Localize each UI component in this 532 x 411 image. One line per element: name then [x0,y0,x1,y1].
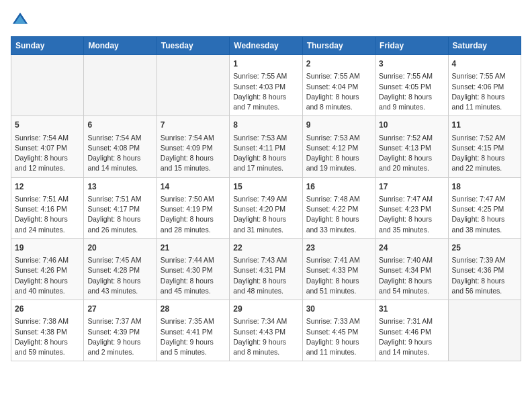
calendar-cell: 6Sunrise: 7:54 AMSunset: 4:08 PMDaylight… [84,116,157,177]
day-number: 4 [452,58,517,70]
daylight-text: Daylight: 8 hours and 35 minutes. [379,214,444,234]
sunset-text: Sunset: 4:12 PM [306,143,371,153]
daylight-text: Daylight: 8 hours and 12 minutes. [15,153,80,173]
daylight-text: Daylight: 8 hours and 14 minutes. [87,153,152,173]
daylight-text: Daylight: 8 hours and 17 minutes. [233,153,298,173]
sunrise-text: Sunrise: 7:54 AM [87,133,152,143]
calendar-cell: 24Sunrise: 7:40 AMSunset: 4:34 PMDayligh… [375,238,448,300]
calendar-cell: 19Sunrise: 7:46 AMSunset: 4:26 PMDayligh… [11,238,84,300]
page-header [11,11,521,30]
day-number: 26 [15,304,80,315]
sunset-text: Sunset: 4:17 PM [87,204,152,214]
day-header-wednesday: Wednesday [230,37,302,55]
daylight-text: Daylight: 8 hours and 15 minutes. [161,153,226,173]
calendar-cell: 14Sunrise: 7:50 AMSunset: 4:19 PMDayligh… [157,177,229,238]
daylight-text: Daylight: 8 hours and 33 minutes. [306,214,371,234]
daylight-text: Daylight: 8 hours and 40 minutes. [15,276,80,296]
day-number: 21 [161,242,226,254]
sunrise-text: Sunrise: 7:43 AM [233,255,298,265]
sunrise-text: Sunrise: 7:41 AM [306,255,371,265]
day-number: 9 [306,120,371,131]
day-number: 6 [87,120,152,131]
daylight-text: Daylight: 8 hours and 45 minutes. [161,276,226,296]
day-header-saturday: Saturday [448,37,521,55]
calendar-cell: 20Sunrise: 7:45 AMSunset: 4:28 PMDayligh… [84,238,157,300]
calendar-table: SundayMondayTuesdayWednesdayThursdayFrid… [11,36,521,361]
calendar-week-row: 1Sunrise: 7:55 AMSunset: 4:03 PMDaylight… [11,55,521,116]
sunrise-text: Sunrise: 7:54 AM [15,133,80,143]
day-number: 29 [233,304,298,315]
day-number: 16 [306,181,371,193]
sunset-text: Sunset: 4:39 PM [87,327,152,337]
sunrise-text: Sunrise: 7:45 AM [87,255,152,265]
day-number: 25 [452,242,517,254]
calendar-week-row: 19Sunrise: 7:46 AMSunset: 4:26 PMDayligh… [11,238,521,300]
sunrise-text: Sunrise: 7:33 AM [306,316,371,326]
sunset-text: Sunset: 4:22 PM [306,204,371,214]
day-number: 31 [379,304,444,315]
daylight-text: Daylight: 8 hours and 7 minutes. [233,92,298,112]
sunrise-text: Sunrise: 7:54 AM [161,133,226,143]
sunset-text: Sunset: 4:46 PM [379,327,444,337]
daylight-text: Daylight: 8 hours and 54 minutes. [379,276,444,296]
sunset-text: Sunset: 4:07 PM [15,143,80,153]
daylight-text: Daylight: 8 hours and 56 minutes. [452,276,517,296]
sunset-text: Sunset: 4:19 PM [161,204,226,214]
sunrise-text: Sunrise: 7:46 AM [15,255,80,265]
calendar-cell: 16Sunrise: 7:48 AMSunset: 4:22 PMDayligh… [302,177,375,238]
sunrise-text: Sunrise: 7:48 AM [306,194,371,204]
calendar-cell: 3Sunrise: 7:55 AMSunset: 4:05 PMDaylight… [375,55,448,116]
calendar-cell: 2Sunrise: 7:55 AMSunset: 4:04 PMDaylight… [302,55,375,116]
day-number: 11 [452,120,517,131]
sunrise-text: Sunrise: 7:52 AM [452,133,517,143]
calendar-cell: 28Sunrise: 7:35 AMSunset: 4:41 PMDayligh… [157,300,229,361]
sunrise-text: Sunrise: 7:47 AM [452,194,517,204]
sunrise-text: Sunrise: 7:55 AM [452,71,517,81]
sunset-text: Sunset: 4:06 PM [452,82,517,92]
day-number: 1 [233,58,298,70]
sunset-text: Sunset: 4:16 PM [15,204,80,214]
sunrise-text: Sunrise: 7:31 AM [379,316,444,326]
daylight-text: Daylight: 8 hours and 59 minutes. [15,337,80,357]
day-number: 8 [233,120,298,131]
sunrise-text: Sunrise: 7:40 AM [379,255,444,265]
sunset-text: Sunset: 4:23 PM [379,204,444,214]
logo-icon [11,11,30,30]
sunset-text: Sunset: 4:03 PM [233,82,298,92]
calendar-cell: 10Sunrise: 7:52 AMSunset: 4:13 PMDayligh… [375,116,448,177]
sunset-text: Sunset: 4:11 PM [233,143,298,153]
daylight-text: Daylight: 9 hours and 5 minutes. [161,337,226,357]
sunrise-text: Sunrise: 7:55 AM [379,71,444,81]
sunset-text: Sunset: 4:25 PM [452,204,517,214]
daylight-text: Daylight: 9 hours and 14 minutes. [379,337,444,357]
day-number: 28 [161,304,226,315]
daylight-text: Daylight: 8 hours and 22 minutes. [452,153,517,173]
calendar-cell: 26Sunrise: 7:38 AMSunset: 4:38 PMDayligh… [11,300,84,361]
sunrise-text: Sunrise: 7:52 AM [379,133,444,143]
day-number: 30 [306,304,371,315]
day-header-monday: Monday [84,37,157,55]
daylight-text: Daylight: 8 hours and 43 minutes. [87,276,152,296]
calendar-cell: 9Sunrise: 7:53 AMSunset: 4:12 PMDaylight… [302,116,375,177]
calendar-cell: 22Sunrise: 7:43 AMSunset: 4:31 PMDayligh… [230,238,302,300]
day-header-tuesday: Tuesday [157,37,229,55]
daylight-text: Daylight: 8 hours and 38 minutes. [452,214,517,234]
sunset-text: Sunset: 4:26 PM [15,265,80,275]
daylight-text: Daylight: 8 hours and 11 minutes. [452,92,517,112]
sunset-text: Sunset: 4:08 PM [87,143,152,153]
calendar-cell: 7Sunrise: 7:54 AMSunset: 4:09 PMDaylight… [157,116,229,177]
calendar-cell: 4Sunrise: 7:55 AMSunset: 4:06 PMDaylight… [448,55,521,116]
sunrise-text: Sunrise: 7:51 AM [87,194,152,204]
sunrise-text: Sunrise: 7:53 AM [306,133,371,143]
sunrise-text: Sunrise: 7:55 AM [306,71,371,81]
day-number: 24 [379,242,444,254]
sunrise-text: Sunrise: 7:38 AM [15,316,80,326]
calendar-cell [11,55,84,116]
sunset-text: Sunset: 4:45 PM [306,327,371,337]
calendar-cell: 18Sunrise: 7:47 AMSunset: 4:25 PMDayligh… [448,177,521,238]
sunrise-text: Sunrise: 7:39 AM [452,255,517,265]
day-number: 3 [379,58,444,70]
day-number: 13 [87,181,152,193]
sunset-text: Sunset: 4:28 PM [87,265,152,275]
sunset-text: Sunset: 4:36 PM [452,265,517,275]
